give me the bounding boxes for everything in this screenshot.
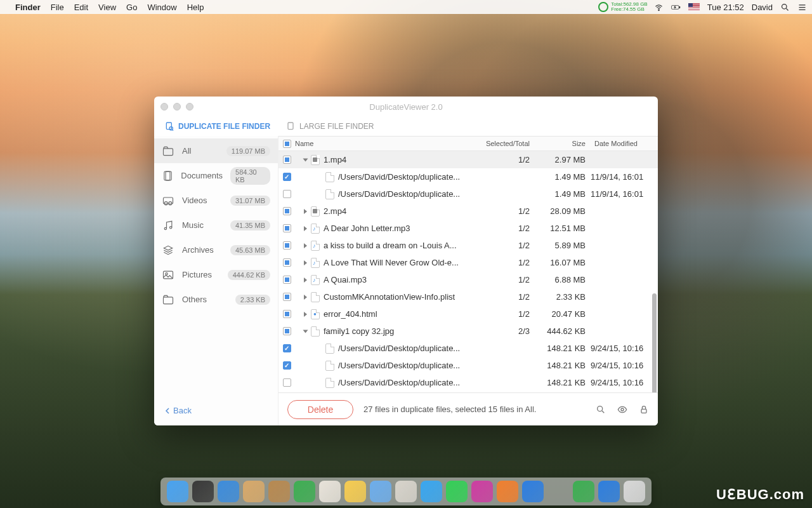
disclosure-triangle[interactable] <box>304 260 307 265</box>
sidebar-badge: 45.63 MB <box>230 245 270 255</box>
dock-app-9[interactable] <box>395 481 417 502</box>
disclosure-triangle[interactable] <box>304 312 307 317</box>
select-all-checkbox[interactable] <box>283 140 291 148</box>
table-row[interactable]: A Quai.mp3 1/2 6.88 MB <box>278 271 658 288</box>
spotlight-icon[interactable] <box>780 3 790 12</box>
table-row[interactable]: /Users/David/Desktop/duplicate... 148.21… <box>278 374 658 391</box>
minimize-button[interactable] <box>173 103 181 110</box>
row-checkbox[interactable] <box>283 241 291 250</box>
disclosure-triangle[interactable] <box>304 277 307 283</box>
wifi-icon[interactable] <box>654 3 664 12</box>
disclosure-triangle[interactable] <box>304 209 307 214</box>
dock-app-4[interactable] <box>268 481 290 502</box>
sidebar-item-archives[interactable]: Archives 45.63 MB <box>154 237 278 262</box>
table-row[interactable]: A Dear John Letter.mp3 1/2 12.51 MB <box>278 220 658 237</box>
table-row[interactable]: MMLocationManager-master.zip 1/2 45.63 M… <box>278 391 658 392</box>
col-size[interactable]: Size <box>536 140 591 147</box>
search-icon[interactable] <box>596 404 606 415</box>
table-row[interactable]: error_404.html 1/2 20.47 KB <box>278 305 658 323</box>
dock-app-18[interactable] <box>624 481 645 502</box>
dock-app-11[interactable] <box>446 481 468 502</box>
scrollbar[interactable] <box>652 293 657 392</box>
row-checkbox[interactable] <box>283 293 291 301</box>
table-row[interactable]: /Users/David/Desktop/duplicate... 1.49 M… <box>278 185 658 203</box>
table-row[interactable]: 2.mp4 1/2 28.09 MB <box>278 203 658 220</box>
dock-app-16[interactable] <box>573 481 594 502</box>
row-checkbox[interactable] <box>283 361 291 370</box>
dock-app-14[interactable] <box>522 481 544 502</box>
dock-app-8[interactable] <box>370 481 391 502</box>
col-selected[interactable]: Selected/Total <box>475 140 536 147</box>
row-checkbox[interactable] <box>283 276 291 284</box>
col-name[interactable]: Name <box>295 140 475 147</box>
table-row[interactable]: 1.mp4 1/2 2.97 MB <box>278 151 658 168</box>
menu-help[interactable]: Help <box>187 3 204 12</box>
menu-view[interactable]: View <box>98 3 116 12</box>
dock-app-12[interactable] <box>471 481 493 502</box>
tab-large-finder[interactable]: LARGE FILE FINDER <box>285 121 374 131</box>
dock-app-5[interactable] <box>294 481 315 502</box>
dock-app-10[interactable] <box>421 481 442 502</box>
row-checkbox[interactable] <box>283 224 291 232</box>
disclosure-triangle[interactable] <box>303 330 308 333</box>
table-row[interactable]: /Users/David/Desktop/duplicate... 148.21… <box>278 340 658 357</box>
tab-duplicate-finder[interactable]: DUPLICATE FILE FINDER <box>164 121 270 131</box>
dock-app-0[interactable] <box>167 481 188 502</box>
row-checkbox[interactable] <box>283 207 291 215</box>
row-checkbox[interactable] <box>283 327 291 335</box>
disclosure-triangle[interactable] <box>304 243 307 248</box>
row-checkbox[interactable] <box>283 173 291 181</box>
lock-icon[interactable] <box>639 404 649 415</box>
sidebar-item-pictures[interactable]: Pictures 444.62 KB <box>154 262 278 287</box>
menu-file[interactable]: File <box>51 3 64 12</box>
preview-icon[interactable] <box>617 404 627 415</box>
disclosure-triangle[interactable] <box>304 295 307 300</box>
dock-app-1[interactable] <box>192 481 214 502</box>
table-row[interactable]: /Users/David/Desktop/duplicate... 1.49 M… <box>278 168 658 185</box>
delete-button[interactable]: Delete <box>287 400 353 419</box>
table-row[interactable]: A Love That Will Never Grow Old-e... 1/2… <box>278 254 658 271</box>
table-row[interactable]: CustomMKAnnotationView-Info.plist 1/2 2.… <box>278 288 658 305</box>
row-checkbox[interactable] <box>283 310 291 318</box>
row-checkbox[interactable] <box>283 344 291 352</box>
col-date[interactable]: Date Modified <box>591 140 658 147</box>
close-button[interactable] <box>160 103 168 110</box>
menu-edit[interactable]: Edit <box>74 3 88 12</box>
menubar-app[interactable]: Finder <box>15 3 41 12</box>
file-icon <box>311 206 320 217</box>
titlebar[interactable]: DuplicateViewer 2.0 <box>154 97 658 117</box>
disk-indicator[interactable]: Total:562.98 GB Free:74.55 GB <box>598 2 646 12</box>
disclosure-triangle[interactable] <box>304 226 307 231</box>
table-row[interactable]: /Users/David/Desktop/duplicate... 148.21… <box>278 357 658 374</box>
row-checkbox[interactable] <box>283 156 291 164</box>
row-checkbox[interactable] <box>283 258 291 267</box>
row-checkbox[interactable] <box>283 378 291 387</box>
table-row[interactable]: a kiss to build a dream on -Louis A... 1… <box>278 237 658 254</box>
menu-go[interactable]: Go <box>126 3 137 12</box>
sidebar-item-all[interactable]: All 119.07 MB <box>154 138 278 163</box>
dock-app-6[interactable] <box>319 481 341 502</box>
menu-window[interactable]: Window <box>147 3 176 12</box>
input-source-flag[interactable] <box>688 3 700 11</box>
sidebar-item-music[interactable]: Music 41.35 MB <box>154 213 278 237</box>
notification-center-icon[interactable] <box>797 3 807 12</box>
back-button[interactable]: Back <box>164 406 192 415</box>
table-row[interactable]: family1 copy 32.jpg 2/3 444.62 KB <box>278 323 658 340</box>
row-checkbox[interactable] <box>283 190 291 198</box>
dock-app-3[interactable] <box>243 481 265 502</box>
dock-app-7[interactable] <box>344 481 366 502</box>
dock-app-13[interactable] <box>497 481 518 502</box>
file-size: 2.33 KB <box>536 292 591 302</box>
zoom-button[interactable] <box>186 103 193 110</box>
file-size: 5.89 MB <box>536 241 591 250</box>
sidebar-item-others[interactable]: Others 2.33 KB <box>154 287 278 312</box>
menubar-clock[interactable]: Tue 21:52 <box>707 3 744 12</box>
dock-app-17[interactable] <box>598 481 620 502</box>
menubar-user[interactable]: David <box>752 3 773 12</box>
dock-app-15[interactable] <box>547 481 569 502</box>
sidebar-item-documents[interactable]: Documents 584.30 KB <box>154 163 278 188</box>
dock-app-2[interactable] <box>218 481 239 502</box>
disclosure-triangle[interactable] <box>303 158 308 161</box>
battery-icon[interactable] <box>671 3 681 12</box>
sidebar-item-videos[interactable]: Videos 31.07 MB <box>154 188 278 213</box>
